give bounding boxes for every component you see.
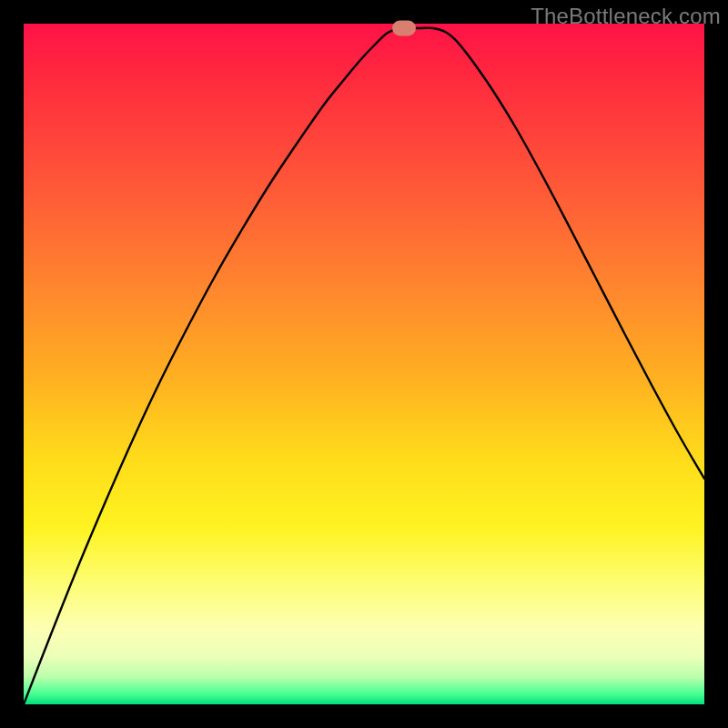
bottleneck-curve: [24, 24, 704, 704]
watermark-text: TheBottleneck.com: [531, 4, 721, 29]
optimum-marker: [392, 21, 416, 36]
plot-area: [24, 24, 704, 704]
chart-frame: TheBottleneck.com: [0, 0, 728, 728]
curve-path: [24, 28, 704, 704]
